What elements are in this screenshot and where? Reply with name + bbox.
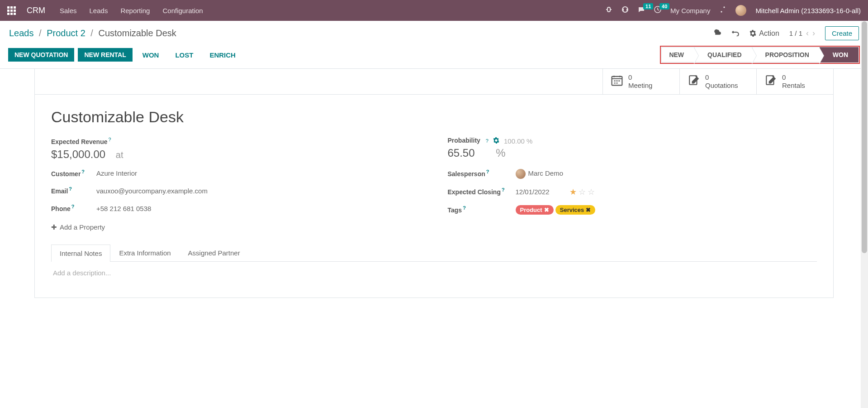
expected-revenue-value[interactable]: $15,000.00 [51, 148, 105, 160]
stages: NEW QUALIFIED PROPOSITION WON [660, 46, 860, 64]
stat-meeting[interactable]: 0 Meeting [602, 69, 679, 94]
nav-configuration[interactable]: Configuration [162, 7, 203, 14]
breadcrumb-leads[interactable]: Leads [9, 28, 34, 38]
customer-value[interactable]: Azure Interior [96, 169, 137, 177]
help-icon[interactable]: ? [486, 169, 489, 174]
pager-prev-icon[interactable]: ‹ [806, 29, 809, 38]
support-icon[interactable] [621, 6, 629, 15]
scrollbar[interactable] [861, 21, 868, 298]
stage-qualified[interactable]: QUALIFIED [694, 47, 752, 62]
messages-count: 11 [643, 3, 653, 10]
user-menu[interactable]: Mitchell Admin (21333693-16-0-all) [755, 7, 861, 14]
probability-label: Probability [448, 137, 480, 144]
star-icon[interactable]: ☆ [579, 187, 586, 197]
breadcrumb: Leads / Product 2 / Customizable Desk [9, 28, 176, 38]
nav-reporting[interactable]: Reporting [120, 7, 150, 14]
probability-value[interactable]: 65.50 [448, 147, 475, 159]
salesperson-value[interactable]: Marc Demo [516, 169, 564, 179]
description-input[interactable]: Add a description... [53, 269, 815, 277]
star-icon[interactable]: ★ [569, 187, 577, 197]
messages-icon[interactable]: 11 [638, 6, 645, 15]
expected-closing-label: Expected Closing [448, 188, 501, 196]
help-icon[interactable]: ? [81, 169, 85, 174]
tags-label: Tags [448, 206, 462, 213]
close-icon[interactable]: ✖ [544, 206, 549, 213]
svg-rect-1 [622, 9, 624, 11]
tools-icon[interactable] [719, 6, 726, 15]
phone-label: Phone [51, 205, 71, 212]
new-quotation-button[interactable]: NEW QUOTATION [8, 48, 74, 62]
edit-icon [688, 74, 700, 89]
svg-rect-2 [626, 9, 628, 11]
salesperson-label: Salesperson [448, 170, 485, 178]
enrich-button[interactable]: ENRICH [203, 48, 242, 62]
statusbar: NEW QUOTATION NEW RENTAL WON LOST ENRICH… [0, 44, 868, 69]
help-icon[interactable]: ? [486, 138, 489, 144]
top-navbar: CRM Sales Leads Reporting Configuration … [0, 0, 868, 21]
new-rental-button[interactable]: NEW RENTAL [78, 48, 132, 62]
breadcrumb-product2[interactable]: Product 2 [47, 28, 85, 38]
plus-icon: ✚ [51, 223, 57, 231]
auto-probability[interactable]: 100.00 % [504, 137, 532, 145]
help-icon[interactable]: ? [463, 205, 466, 211]
form-sheet: 0 Meeting 0 Quotations 0 Ren [34, 68, 834, 298]
expected-revenue-label: Expected Revenue [51, 138, 108, 145]
tags-value[interactable]: Product ✖ Services ✖ [516, 205, 596, 215]
stage-new[interactable]: NEW [661, 47, 694, 62]
lost-button[interactable]: LOST [169, 48, 199, 62]
tab-assigned-partner[interactable]: Assigned Partner [180, 244, 249, 261]
controls-row: Leads / Product 2 / Customizable Desk Ac… [0, 21, 868, 44]
breadcrumb-current: Customizable Desk [98, 28, 176, 38]
tab-extra-information[interactable]: Extra Information [110, 244, 179, 261]
calendar-icon [611, 74, 623, 89]
tag-services: Services ✖ [555, 205, 596, 215]
stat-rentals[interactable]: 0 Rentals [756, 69, 833, 94]
phone-value[interactable]: +58 212 681 0538 [96, 205, 151, 212]
star-icon[interactable]: ☆ [588, 187, 595, 197]
add-property-button[interactable]: ✚ Add a Property [51, 223, 421, 231]
user-avatar[interactable] [735, 5, 746, 16]
company-switcher[interactable]: My Company [670, 7, 710, 14]
expected-closing-value[interactable]: 12/01/2022 [516, 188, 550, 196]
undo-icon[interactable] [731, 28, 740, 38]
pager-next-icon[interactable]: › [812, 29, 815, 38]
cloud-upload-icon[interactable] [713, 28, 721, 38]
create-button[interactable]: Create [825, 26, 859, 40]
pager: 1 / 1 ‹ › [789, 29, 815, 38]
tabs: Internal Notes Extra Information Assigne… [51, 244, 817, 262]
action-menu[interactable]: Action [749, 29, 779, 38]
debug-icon[interactable] [605, 6, 612, 15]
tag-product: Product ✖ [516, 205, 554, 215]
activities-icon[interactable]: 40 [654, 6, 661, 15]
apps-icon[interactable] [7, 6, 16, 15]
stage-won[interactable]: WON [820, 47, 859, 62]
help-icon[interactable]: ? [502, 187, 505, 192]
won-button[interactable]: WON [136, 48, 166, 62]
activities-count: 40 [659, 3, 669, 10]
tab-internal-notes[interactable]: Internal Notes [51, 245, 110, 262]
edit-icon [765, 74, 777, 89]
help-icon[interactable]: ? [71, 204, 75, 209]
email-label: Email [51, 187, 68, 195]
avatar [516, 169, 526, 179]
app-title[interactable]: CRM [27, 6, 45, 15]
customer-label: Customer [51, 170, 81, 177]
button-box: 0 Meeting 0 Quotations 0 Ren [35, 69, 833, 95]
stage-proposition[interactable]: PROPOSITION [752, 47, 820, 62]
gear-icon[interactable] [493, 137, 499, 145]
email-value[interactable]: vauxoo@yourcompany.example.com [96, 187, 208, 195]
tab-content: Add a description... [51, 262, 817, 284]
stat-quotations[interactable]: 0 Quotations [679, 69, 756, 94]
nav-leads[interactable]: Leads [90, 7, 108, 14]
help-icon[interactable]: ? [69, 186, 72, 192]
close-icon[interactable]: ✖ [586, 206, 591, 213]
nav-sales[interactable]: Sales [60, 7, 77, 14]
priority-stars: ★ ☆ ☆ [569, 187, 595, 197]
lead-title[interactable]: Customizable Desk [51, 108, 817, 126]
help-icon[interactable]: ? [109, 137, 111, 142]
